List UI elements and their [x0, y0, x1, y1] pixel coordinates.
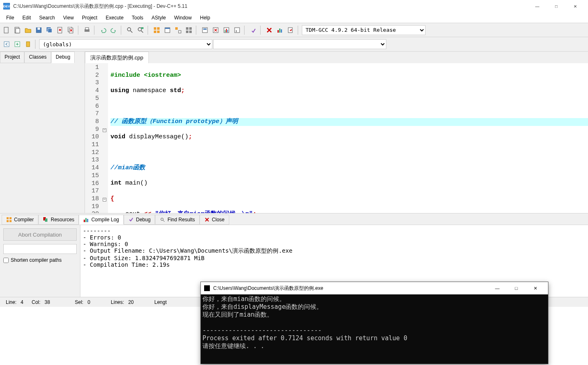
- find-icon[interactable]: [125, 25, 135, 35]
- svg-rect-31: [225, 30, 226, 32]
- close-icon: [204, 217, 210, 223]
- tab-find-results[interactable]: Find Results: [155, 215, 200, 225]
- fold-column: − −: [102, 63, 108, 213]
- main-toolbar: TDM-GCC 4.9.2 64-bit Release: [0, 23, 588, 37]
- svg-rect-42: [26, 42, 30, 47]
- open-icon[interactable]: [23, 25, 33, 35]
- add-icon[interactable]: [12, 39, 22, 49]
- nav-toolbar: (globals): [0, 37, 588, 52]
- new-project-icon[interactable]: [12, 25, 22, 35]
- console-close-button[interactable]: ✕: [526, 282, 545, 294]
- fold-icon[interactable]: −: [103, 198, 106, 201]
- svg-rect-21: [175, 27, 178, 30]
- menu-window[interactable]: Window: [170, 14, 196, 22]
- tab-debug[interactable]: Debug: [51, 52, 75, 63]
- console-minimize-button[interactable]: —: [488, 282, 507, 294]
- menu-help[interactable]: Help: [196, 14, 214, 22]
- line-gutter: 1234567891011121314151617181920: [85, 63, 102, 213]
- debug-run-icon[interactable]: [200, 25, 210, 35]
- menu-execute[interactable]: Execute: [101, 14, 127, 22]
- tab-resources[interactable]: Resources: [38, 215, 79, 225]
- svg-rect-28: [203, 28, 207, 30]
- svg-rect-44: [9, 217, 12, 219]
- console-output: 你好，来自mian函数的问候。 你好，来自displayMessage函数的问候…: [201, 294, 548, 364]
- print-icon[interactable]: [82, 25, 92, 35]
- redo-icon[interactable]: [109, 25, 119, 35]
- window-title: C:\Users\Wang\Documents\演示函数原型的例.cpp - […: [13, 3, 528, 10]
- new-file-icon[interactable]: [2, 25, 12, 35]
- svg-rect-25: [186, 31, 188, 33]
- tab-compiler[interactable]: Compiler: [2, 215, 38, 225]
- code-editor[interactable]: 1234567891011121314151617181920 − − #inc…: [85, 63, 588, 213]
- app-icon: DEV: [3, 3, 10, 9]
- member-selector[interactable]: [213, 39, 386, 49]
- compile-icon[interactable]: [152, 25, 162, 35]
- svg-rect-40: [4, 42, 9, 47]
- scope-selector[interactable]: (globals): [39, 39, 212, 49]
- stop-icon[interactable]: [264, 25, 274, 35]
- maximize-button[interactable]: □: [547, 0, 566, 12]
- svg-rect-49: [84, 220, 85, 222]
- svg-rect-32: [226, 29, 227, 32]
- tab-debug-bottom[interactable]: Debug: [124, 215, 155, 225]
- replace-icon[interactable]: [136, 25, 146, 35]
- editor-area: 演示函数原型的例.cpp 123456789101112131415161718…: [85, 52, 588, 213]
- svg-rect-45: [7, 220, 9, 222]
- save-all-icon[interactable]: [45, 25, 54, 35]
- menu-tools[interactable]: Tools: [128, 14, 148, 22]
- shorten-paths-checkbox[interactable]: Shorten compiler paths: [3, 257, 77, 263]
- tab-compile-log[interactable]: Compile Log: [79, 215, 123, 225]
- menu-project[interactable]: Project: [78, 14, 101, 22]
- fold-icon[interactable]: −: [103, 128, 106, 132]
- debug-icon[interactable]: [248, 25, 258, 35]
- grid-icon: [6, 217, 12, 223]
- filter-input[interactable]: [3, 244, 77, 254]
- svg-rect-51: [87, 219, 88, 222]
- compile-run-icon[interactable]: [173, 25, 183, 35]
- svg-rect-36: [278, 30, 279, 33]
- profiling-icon[interactable]: [275, 25, 285, 35]
- tab-project[interactable]: Project: [0, 52, 24, 63]
- back-icon[interactable]: [2, 39, 12, 49]
- bookmark-icon[interactable]: [23, 39, 33, 49]
- save-icon[interactable]: [34, 25, 44, 35]
- svg-point-13: [138, 28, 141, 31]
- svg-rect-38: [281, 29, 282, 33]
- svg-rect-34: [235, 28, 240, 33]
- svg-rect-11: [85, 28, 89, 30]
- svg-rect-2: [16, 28, 20, 33]
- rebuild-icon[interactable]: [184, 25, 194, 35]
- title-bar: DEV C:\Users\Wang\Documents\演示函数原型的例.cpp…: [0, 0, 588, 12]
- editor-tab[interactable]: 演示函数原型的例.cpp: [85, 52, 149, 63]
- menu-file[interactable]: File: [2, 14, 18, 22]
- goto-icon[interactable]: [286, 25, 296, 35]
- console-titlebar[interactable]: C:\Users\Wang\Documents\演示函数原型的例.exe — □…: [201, 282, 548, 294]
- delete-profile-icon[interactable]: [232, 25, 242, 35]
- svg-rect-22: [179, 31, 181, 33]
- minimize-button[interactable]: —: [528, 0, 547, 12]
- console-window[interactable]: C:\Users\Wang\Documents\演示函数原型的例.exe — □…: [200, 282, 548, 364]
- menu-search[interactable]: Search: [35, 14, 59, 22]
- compiler-selector[interactable]: TDM-GCC 4.9.2 64-bit Release: [302, 25, 426, 35]
- svg-rect-27: [202, 28, 207, 33]
- close-file-icon[interactable]: [55, 25, 65, 35]
- menu-astyle[interactable]: AStyle: [148, 14, 170, 22]
- chart-icon: [83, 217, 89, 223]
- console-maximize-button[interactable]: □: [507, 282, 526, 294]
- code-lines: #include <iostream> using namespace std;…: [108, 63, 588, 213]
- abort-compilation-button[interactable]: Abort Compilation: [3, 228, 77, 241]
- debug-stop-icon[interactable]: [211, 25, 221, 35]
- undo-icon[interactable]: [98, 25, 108, 35]
- close-all-icon[interactable]: [66, 25, 76, 35]
- menu-view[interactable]: View: [59, 14, 78, 22]
- svg-rect-26: [189, 31, 192, 33]
- run-icon[interactable]: [162, 25, 172, 35]
- svg-rect-48: [45, 218, 47, 222]
- main-area: Project Classes Debug 演示函数原型的例.cpp 12345…: [0, 52, 588, 213]
- tab-classes[interactable]: Classes: [24, 52, 51, 63]
- tab-close[interactable]: Close: [200, 215, 229, 225]
- search-icon: [160, 217, 165, 223]
- profile-icon[interactable]: [221, 25, 231, 35]
- close-button[interactable]: ✕: [566, 0, 585, 12]
- menu-edit[interactable]: Edit: [18, 14, 35, 22]
